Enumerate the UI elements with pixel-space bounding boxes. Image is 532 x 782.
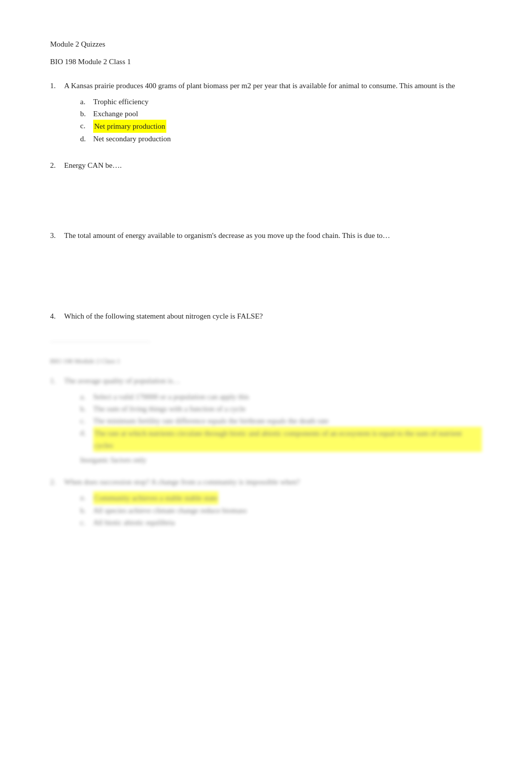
question-4-body: Which of the following statement about n… xyxy=(64,311,482,322)
question-2: 2. Energy CAN be…. xyxy=(50,160,482,215)
blurred-answer-2a-text: Community achieves a stable stable state xyxy=(93,491,218,504)
question-3-number: 3. xyxy=(50,230,60,241)
question-1: 1. A Kansas prairie produces 400 grams o… xyxy=(50,80,482,145)
answer-1d-text: Net secondary production xyxy=(93,133,171,145)
blurred-question-2: 2. When does succession stop? A change f… xyxy=(50,476,482,529)
questions-section: 1. A Kansas prairie produces 400 grams o… xyxy=(50,80,482,322)
question-2-number: 2. xyxy=(50,160,60,171)
blurred-q1-body: The average quality of population is… xyxy=(64,375,482,387)
question-2-body: Energy CAN be…. xyxy=(64,160,482,171)
blurred-answer-1a-text: Select a valid 170000 or a population ca… xyxy=(93,391,249,403)
blurred-answer-2b-letter: b. xyxy=(80,504,89,516)
answer-1a-text: Trophic efficiency xyxy=(93,96,148,108)
question-4: 4. Which of the following statement abou… xyxy=(50,311,482,322)
blurred-question-1-answers: a. Select a valid 170000 or a population… xyxy=(80,391,482,452)
answer-1d-letter: d. xyxy=(80,133,89,145)
blurred-answer-2b-text: All species achieve climate change reduc… xyxy=(93,504,247,516)
blurred-answer-1a: a. Select a valid 170000 or a population… xyxy=(80,391,482,403)
blurred-answer-2a: a. Community achieves a stable stable st… xyxy=(80,491,482,504)
section-divider xyxy=(50,342,150,342)
question-3-body: The total amount of energy available to … xyxy=(64,230,482,241)
blurred-section: BIO 198 Module 2 Class 1 1. The average … xyxy=(50,342,482,529)
answer-1b: b. Exchange pool xyxy=(80,108,482,120)
blurred-answer-1c-text: The minimum fertility rate difference eq… xyxy=(93,415,329,427)
blurred-question-1-text: 1. The average quality of population is… xyxy=(50,375,482,387)
blurred-answer-1b-letter: b. xyxy=(80,403,89,415)
blurred-answer-1e: Inorganic factors only xyxy=(80,456,482,464)
blurred-question-2-answers: a. Community achieves a stable stable st… xyxy=(80,491,482,529)
blurred-answer-1c-letter: c. xyxy=(80,415,89,427)
blurred-answer-1d-letter: d. xyxy=(80,427,89,452)
module-header: Module 2 Quizzes xyxy=(50,40,482,49)
answer-1c-text: Net primary production xyxy=(93,120,166,133)
question-3-spacer xyxy=(50,245,482,296)
answer-1a: a. Trophic efficiency xyxy=(80,96,482,108)
page-header: Module 2 Quizzes xyxy=(50,40,482,49)
blurred-answer-2a-letter: a. xyxy=(80,491,89,504)
answer-1c: c. Net primary production xyxy=(80,120,482,133)
question-3-text: 3. The total amount of energy available … xyxy=(50,230,482,241)
course-title: BIO 198 Module 2 Class 1 xyxy=(50,58,482,66)
blurred-answer-1a-letter: a. xyxy=(80,391,89,403)
question-1-body: A Kansas prairie produces 400 grams of p… xyxy=(64,80,482,92)
blurred-answer-1b-text: The sum of living things with a function… xyxy=(93,403,245,415)
blurred-q1-number: 1. xyxy=(50,375,60,387)
blurred-answer-1d-text: The rate at which nutrients circulate th… xyxy=(93,427,482,452)
question-1-number: 1. xyxy=(50,80,60,92)
blurred-answer-2c-letter: c. xyxy=(80,516,89,529)
blurred-answer-2b: b. All species achieve climate change re… xyxy=(80,504,482,516)
blurred-answer-2c: c. All biotic abiotic equilibria xyxy=(80,516,482,529)
question-1-text: 1. A Kansas prairie produces 400 grams o… xyxy=(50,80,482,92)
question-4-text: 4. Which of the following statement abou… xyxy=(50,311,482,322)
question-3: 3. The total amount of energy available … xyxy=(50,230,482,296)
question-1-answers: a. Trophic efficiency b. Exchange pool c… xyxy=(80,96,482,145)
blurred-q2-number: 2. xyxy=(50,476,60,488)
answer-1c-letter: c. xyxy=(80,120,89,133)
blurred-answer-1d: d. The rate at which nutrients circulate… xyxy=(80,427,482,452)
blurred-q2-body: When does succession stop? A change from… xyxy=(64,476,482,488)
blurred-course-title: BIO 198 Module 2 Class 1 xyxy=(50,357,482,365)
question-2-text: 2. Energy CAN be…. xyxy=(50,160,482,171)
blurred-answer-1b: b. The sum of living things with a funct… xyxy=(80,403,482,415)
answer-1b-letter: b. xyxy=(80,108,89,120)
blurred-answer-2c-text: All biotic abiotic equilibria xyxy=(93,516,175,529)
question-2-spacer xyxy=(50,175,482,215)
blurred-question-1: 1. The average quality of population is…… xyxy=(50,375,482,464)
answer-1d: d. Net secondary production xyxy=(80,133,482,145)
question-4-number: 4. xyxy=(50,311,60,322)
answer-1a-letter: a. xyxy=(80,96,89,108)
answer-1b-text: Exchange pool xyxy=(93,108,138,120)
blurred-question-2-text: 2. When does succession stop? A change f… xyxy=(50,476,482,488)
blurred-answer-1e-text: Inorganic factors only xyxy=(80,456,146,464)
blurred-answer-1c: c. The minimum fertility rate difference… xyxy=(80,415,482,427)
